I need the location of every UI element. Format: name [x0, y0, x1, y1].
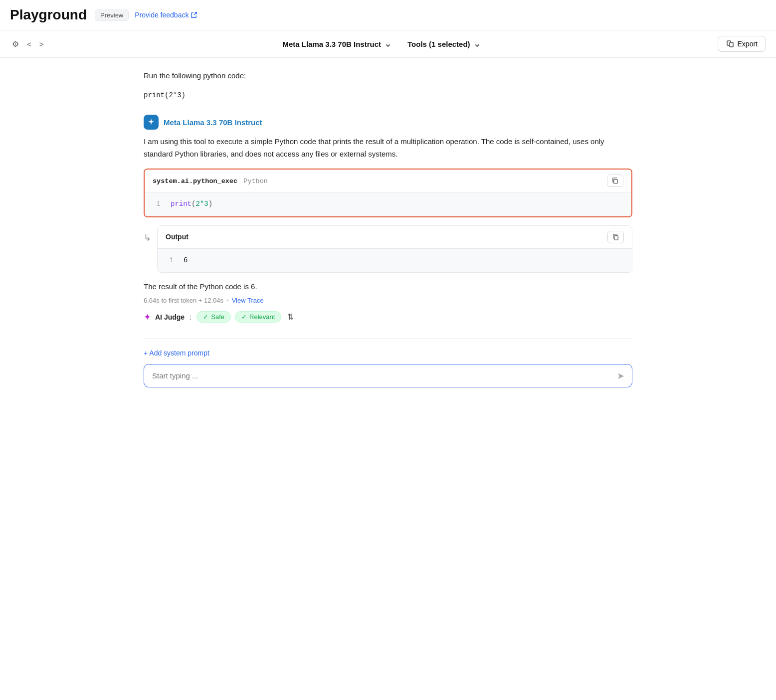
model-select-button[interactable]: Meta Llama 3.3 70B Instruct ⌄ [277, 35, 396, 52]
dot-separator: • [226, 297, 229, 304]
next-button[interactable]: > [37, 38, 46, 50]
expand-icon: ⇅ [287, 313, 294, 321]
output-value: 6 [184, 255, 188, 267]
svg-rect-3 [614, 235, 618, 239]
ai-model-name: Meta Llama 3.3 70B Instruct [164, 118, 262, 127]
judge-expand-button[interactable]: ⇅ [285, 311, 296, 323]
user-message: Run the following python code: print(2*3… [144, 70, 632, 101]
tools-chevron-icon: ⌄ [473, 38, 481, 49]
tools-button[interactable]: Tools (1 selected) ⌄ [402, 35, 486, 52]
safe-label: Safe [211, 313, 224, 321]
send-icon: ➤ [617, 371, 624, 381]
function-name-label: system.ai.python_exec [153, 177, 237, 185]
user-text-line1: Run the following python code: [144, 70, 632, 82]
output-arrow-icon: ↳ [144, 232, 151, 243]
code-copy-button[interactable] [607, 175, 623, 187]
ai-judge-label: AI Judge [155, 313, 185, 321]
lang-type-label: Python [243, 177, 268, 185]
result-text: The result of the Python code is 6. [144, 281, 632, 293]
relevant-badge: ✓ Relevant [235, 311, 281, 323]
output-header: Output [158, 226, 632, 249]
svg-rect-2 [614, 179, 618, 183]
preview-badge: Preview [95, 9, 129, 21]
feedback-link[interactable]: Provide feedback [135, 11, 197, 19]
send-button[interactable]: ➤ [615, 368, 626, 383]
export-label: Export [738, 40, 758, 48]
toolbar-center: Meta Llama 3.3 70B Instruct ⌄ Tools (1 s… [52, 35, 712, 52]
add-prompt-label: + Add system prompt [144, 349, 209, 357]
message-input[interactable] [144, 364, 632, 387]
export-button[interactable]: Export [718, 36, 766, 52]
header: Playground Preview Provide feedback [0, 0, 776, 30]
model-chevron-icon: ⌄ [384, 38, 391, 49]
code-body: 1 print(2*3) [145, 192, 631, 216]
bottom-area: + Add system prompt ➤ [144, 339, 632, 387]
tools-label: Tools (1 selected) [407, 40, 470, 48]
add-system-prompt-button[interactable]: + Add system prompt [144, 349, 209, 357]
toolbar: ⚙ < > Meta Llama 3.3 70B Instruct ⌄ Tool… [0, 30, 776, 58]
gear-icon: ⚙ [12, 39, 19, 49]
svg-rect-1 [730, 42, 733, 47]
feedback-label: Provide feedback [135, 11, 189, 19]
ai-judge-colon: : [190, 313, 192, 321]
model-label: Meta Llama 3.3 70B Instruct [282, 40, 381, 48]
ai-avatar [144, 115, 159, 130]
output-block: Output 1 6 [157, 225, 632, 273]
sparkle-avatar-icon [147, 118, 156, 127]
safe-check-icon: ✓ [203, 313, 208, 321]
code-fn-print: print [171, 200, 192, 208]
line-number-1: 1 [153, 198, 161, 210]
user-code-line: print(2*3) [144, 90, 632, 101]
chevron-right-icon: > [39, 40, 44, 48]
ai-response-header: Meta Llama 3.3 70B Instruct [144, 115, 632, 130]
prev-button[interactable]: < [25, 38, 33, 50]
output-body: 1 6 [158, 249, 632, 273]
ai-judge-row: ✦ AI Judge : ✓ Safe ✓ Relevant ⇅ [144, 311, 632, 323]
ai-response: Meta Llama 3.3 70B Instruct I am using t… [144, 115, 632, 323]
code-line-1: 1 print(2*3) [153, 198, 623, 210]
ai-judge-sparkle-icon: ✦ [144, 312, 151, 323]
main-content: Run the following python code: print(2*3… [114, 58, 662, 399]
relevant-check-icon: ✓ [241, 313, 247, 321]
output-title: Output [166, 233, 189, 241]
safe-badge: ✓ Safe [196, 311, 231, 323]
page-title: Playground [10, 7, 87, 23]
timing-text: 6.64s to first token + 12.04s • View Tra… [144, 297, 632, 304]
timing-value: 6.64s to first token + 12.04s [144, 297, 223, 304]
code-arg: 2*3 [195, 200, 208, 208]
export-icon [726, 40, 734, 48]
code-block-header: system.ai.python_exec Python [145, 170, 631, 192]
toolbar-right: Export [718, 36, 766, 52]
code-block-container: system.ai.python_exec Python 1 print(2*3… [144, 169, 632, 217]
line-code-1: print(2*3) [171, 198, 212, 210]
output-wrapper: ↳ Output 1 6 [144, 225, 632, 273]
output-copy-icon [612, 233, 619, 241]
output-copy-button[interactable] [607, 231, 624, 243]
copy-icon [611, 177, 619, 184]
output-line-1: 1 6 [166, 255, 624, 267]
relevant-label: Relevant [249, 313, 275, 321]
code-block-label: system.ai.python_exec Python [153, 176, 268, 185]
output-line-number: 1 [166, 255, 174, 267]
view-trace-link[interactable]: View Trace [232, 297, 264, 304]
input-wrapper: ➤ [144, 364, 632, 387]
external-link-icon [191, 11, 197, 18]
ai-intro-text: I am using this tool to execute a simple… [144, 136, 632, 161]
gear-button[interactable]: ⚙ [10, 37, 21, 51]
chevron-left-icon: < [27, 40, 31, 48]
toolbar-left: ⚙ < > [10, 37, 46, 51]
